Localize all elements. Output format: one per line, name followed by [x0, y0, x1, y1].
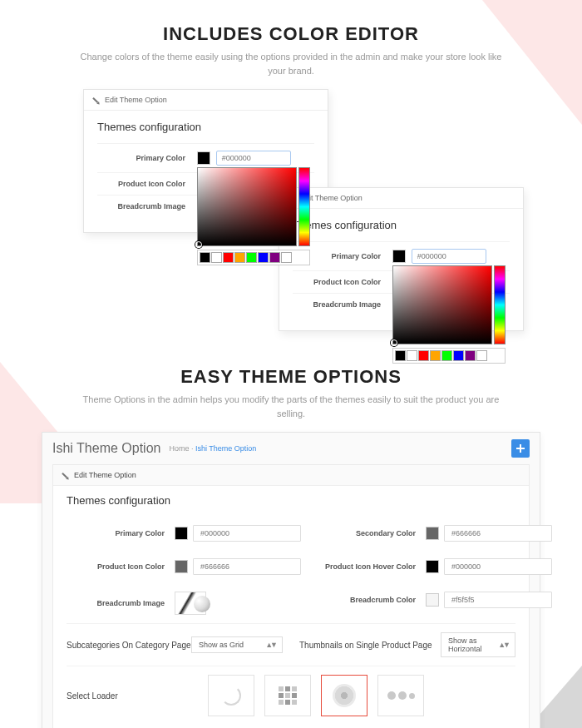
swatch-white[interactable] [407, 350, 417, 361]
secondary-color-label: Secondary Color [318, 529, 426, 537]
section-title: EASY THEME OPTIONS [0, 366, 582, 388]
swatch-purple[interactable] [465, 350, 476, 361]
breadcrumb-color-input[interactable]: #f5f5f5 [444, 592, 552, 608]
primary-color-swatch[interactable] [392, 250, 406, 263]
color-picker[interactable] [197, 167, 310, 265]
breadcrumb: Home · Ishi Theme Option [169, 444, 256, 453]
breadcrumb-color-swatch[interactable] [426, 593, 439, 607]
breadcrumb-image-label: Breadcrumb Image [97, 202, 197, 210]
product-icon-color-label: Product Icon Color [97, 180, 197, 188]
color-picker-sv-area[interactable] [197, 167, 297, 246]
primary-color-input[interactable]: #000000 [412, 249, 486, 264]
product-icon-hover-color-label: Product Icon Hover Color [318, 562, 426, 571]
pencil-icon [91, 95, 101, 106]
page-title: Ishi Theme Option [52, 441, 160, 456]
breadcrumb-image-thumb[interactable] [175, 592, 206, 615]
primary-color-label: Primary Color [67, 529, 175, 537]
secondary-color-swatch[interactable] [426, 527, 439, 540]
loader-option-arc[interactable] [208, 675, 254, 716]
swatch-black[interactable] [200, 252, 210, 263]
swatch-empty[interactable] [476, 350, 487, 361]
config-title: Themes configuration [67, 494, 515, 507]
breadcrumb-current[interactable]: Ishi Theme Option [195, 444, 256, 453]
color-picker-swatches [197, 250, 310, 265]
thumbnails-select[interactable]: Show as Horizontal ▲▼ [441, 632, 515, 657]
primary-color-swatch[interactable] [197, 151, 210, 165]
color-picker-hue-slider[interactable] [298, 167, 310, 246]
subcategories-select[interactable]: Show as Grid ▲▼ [191, 636, 283, 653]
loader-option-squares[interactable] [264, 675, 311, 716]
swatch-orange[interactable] [234, 252, 245, 263]
swatch-blue[interactable] [258, 252, 269, 263]
swatch-empty[interactable] [281, 252, 292, 263]
config-title: Themes configuration [293, 219, 510, 231]
picker-cursor [195, 241, 202, 248]
product-icon-color-swatch[interactable] [175, 560, 188, 573]
primary-color-input[interactable]: #000000 [216, 151, 291, 166]
section-theme-options: EASY THEME OPTIONS Theme Options in the … [0, 366, 582, 728]
breadcrumb-image-label: Breadcrumb Image [67, 599, 175, 607]
product-icon-color-label: Product Icon Color [293, 278, 392, 286]
select-loader-label: Select Loader [67, 691, 191, 701]
color-picker-hue-slider[interactable] [494, 265, 506, 344]
loader-option-ring[interactable] [321, 675, 367, 716]
color-picker[interactable] [392, 265, 506, 364]
section-title: INCLUDES COLOR EDITOR [0, 23, 582, 45]
updown-icon: ▲▼ [498, 641, 508, 649]
section-color-editor: INCLUDES COLOR EDITOR Change colors of t… [0, 23, 582, 343]
picker-cursor [391, 339, 397, 346]
ishi-theme-option-panel: Ishi Theme Option Home · Ishi Theme Opti… [42, 432, 540, 728]
subcategories-value: Show as Grid [199, 641, 244, 649]
add-button[interactable] [511, 439, 530, 458]
color-picker-swatches [392, 348, 506, 364]
theme-option-panel-b: Edit Theme Option Themes configuration P… [279, 187, 524, 331]
panel-header-text: Edit Theme Option [74, 471, 136, 479]
swatch-red[interactable] [223, 252, 234, 263]
panel-header-text: Edit Theme Option [105, 96, 167, 104]
breadcrumb-color-label: Breadcrumb Color [318, 596, 426, 604]
swatch-purple[interactable] [269, 252, 280, 263]
panel-header: Edit Theme Option [279, 188, 523, 209]
section-subtitle: Change colors of the theme easily using … [75, 50, 507, 77]
pencil-icon [60, 470, 71, 481]
product-icon-hover-color-swatch[interactable] [426, 560, 439, 573]
dots-icon [387, 691, 415, 700]
section-subtitle: Theme Options in the admin helps you mod… [75, 393, 507, 420]
thumbnails-value: Show as Horizontal [448, 636, 498, 653]
thumbnails-label: Thumbnails on Single Product Page [299, 641, 441, 650]
color-picker-sv-area[interactable] [392, 265, 492, 344]
updown-icon: ▲▼ [265, 641, 275, 649]
swatch-green[interactable] [246, 252, 257, 263]
swatch-orange[interactable] [430, 350, 441, 361]
loader-option-dots[interactable] [377, 675, 424, 716]
subcategories-label: Subcategories On Category Page [67, 641, 191, 650]
ring-icon [333, 684, 356, 707]
swatch-black[interactable] [395, 350, 406, 361]
product-icon-color-label: Product Icon Color [67, 562, 175, 571]
swatch-red[interactable] [418, 350, 429, 361]
config-title: Themes configuration [97, 121, 314, 133]
panel-header: Edit Theme Option [84, 90, 328, 111]
breadcrumb-home[interactable]: Home [169, 444, 189, 453]
panel-header: Edit Theme Option [53, 465, 529, 486]
product-icon-color-input[interactable]: #666666 [193, 558, 301, 575]
product-icon-hover-color-input[interactable]: #000000 [444, 558, 552, 575]
arc-icon [221, 686, 241, 706]
swatch-blue[interactable] [453, 350, 464, 361]
swatch-white[interactable] [211, 252, 222, 263]
secondary-color-input[interactable]: #666666 [444, 525, 552, 542]
squares-icon [279, 686, 297, 705]
color-editor-panels: Edit Theme Option Themes configuration P… [58, 89, 524, 343]
breadcrumb-image-label: Breadcrumb Image [293, 300, 392, 309]
swatch-green[interactable] [441, 350, 452, 361]
primary-color-label: Primary Color [97, 154, 197, 162]
theme-option-panel-a: Edit Theme Option Themes configuration P… [83, 89, 328, 233]
primary-color-swatch[interactable] [175, 527, 188, 540]
primary-color-input[interactable]: #000000 [193, 525, 301, 542]
